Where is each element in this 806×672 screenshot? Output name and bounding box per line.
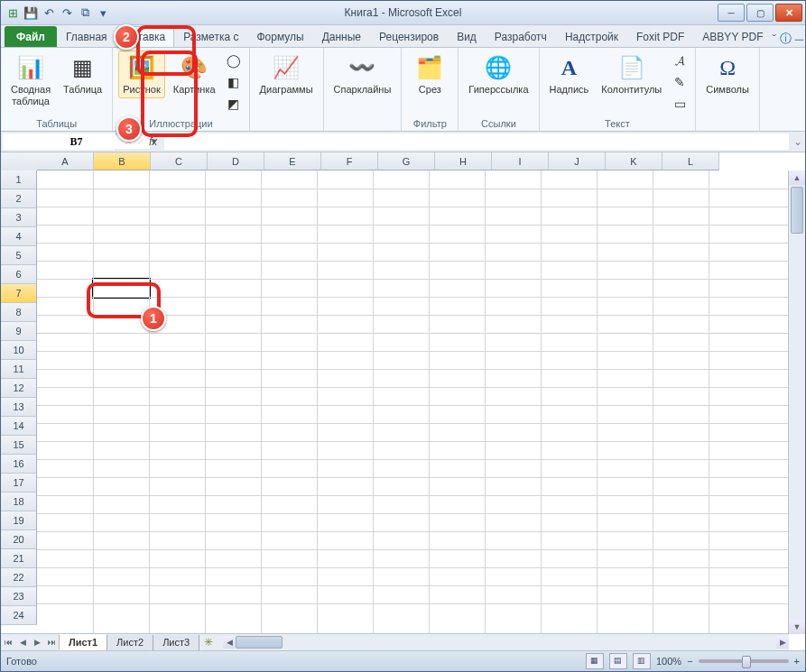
object-icon[interactable]: ▭	[670, 94, 690, 114]
shapes-icon[interactable]: ◯	[224, 51, 244, 70]
column-header-K[interactable]: K	[606, 152, 662, 170]
tab-developer[interactable]: Разработч	[486, 26, 556, 47]
qat-dropdown-icon[interactable]: ▾	[95, 5, 111, 21]
tab-abbyy-pdf[interactable]: ABBYY PDF	[693, 26, 772, 47]
row-header-13[interactable]: 13	[1, 398, 37, 417]
minimize-button[interactable]: ─	[718, 4, 745, 22]
column-header-D[interactable]: D	[208, 152, 264, 170]
qat-extra-icon[interactable]: ⧉	[77, 5, 93, 21]
row-header-4[interactable]: 4	[1, 227, 37, 246]
sheet-tab-2[interactable]: Лист2	[107, 635, 153, 650]
tab-view[interactable]: Вид	[448, 26, 486, 47]
view-layout-icon[interactable]: ▤	[609, 653, 627, 669]
tab-data[interactable]: Данные	[313, 26, 370, 47]
row-header-9[interactable]: 9	[1, 322, 37, 341]
scroll-up-icon[interactable]: ▲	[789, 170, 805, 185]
tab-file[interactable]: Файл	[5, 26, 57, 47]
symbols-button[interactable]: Ω Символы	[701, 51, 754, 98]
name-box[interactable]: ▼	[3, 133, 116, 150]
formula-input[interactable]	[164, 133, 789, 150]
column-header-J[interactable]: J	[549, 152, 606, 170]
sheet-nav-prev-icon[interactable]: ◀	[15, 635, 30, 649]
row-header-5[interactable]: 5	[1, 246, 37, 265]
redo-icon[interactable]: ↷	[59, 5, 75, 21]
row-header-1[interactable]: 1	[1, 170, 37, 189]
view-pagebreak-icon[interactable]: ▥	[633, 653, 651, 669]
row-header-6[interactable]: 6	[1, 265, 37, 284]
view-normal-icon[interactable]: ▦	[586, 653, 604, 669]
cells[interactable]	[37, 170, 789, 634]
ribbon-minimize-icon[interactable]: ˇ	[773, 32, 776, 46]
undo-icon[interactable]: ↶	[41, 5, 57, 21]
zoom-percent[interactable]: 100%	[656, 656, 681, 667]
vscroll-thumb[interactable]	[791, 187, 803, 234]
hyperlink-button[interactable]: 🌐 Гиперссылка	[464, 51, 533, 98]
row-header-8[interactable]: 8	[1, 303, 37, 322]
new-sheet-icon[interactable]: ✳	[199, 636, 218, 649]
maximize-button[interactable]: ▢	[746, 4, 774, 22]
smartart-icon[interactable]: ◧	[224, 72, 244, 92]
mdi-minimize-icon[interactable]: ─	[795, 32, 803, 46]
picture-button[interactable]: 🖼️ Рисунок	[118, 51, 165, 98]
column-header-E[interactable]: E	[264, 152, 321, 170]
slicer-button[interactable]: 🗂️ Срез	[407, 51, 452, 98]
save-icon[interactable]: 💾	[23, 5, 39, 21]
scroll-left-icon[interactable]: ◀	[223, 636, 236, 649]
wordart-icon[interactable]: 𝓐	[670, 51, 690, 70]
zoom-out-icon[interactable]: −	[687, 656, 692, 667]
column-header-A[interactable]: A	[37, 152, 94, 170]
table-button[interactable]: ▦ Таблица	[59, 51, 107, 98]
sheet-nav-last-icon[interactable]: ⏭	[44, 635, 59, 649]
grid[interactable]: ABCDEFGHIJKL 123456789101112131415161718…	[1, 152, 805, 650]
column-header-L[interactable]: L	[662, 152, 719, 170]
tab-page-layout[interactable]: Разметка с	[174, 26, 247, 47]
tab-formulas[interactable]: Формулы	[247, 26, 312, 47]
fx-icon[interactable]: fx	[149, 135, 157, 148]
row-header-23[interactable]: 23	[1, 587, 37, 606]
horizontal-scrollbar[interactable]: ◀ ▶	[223, 636, 789, 649]
row-header-7[interactable]: 7	[1, 284, 37, 303]
column-header-B[interactable]: B	[94, 152, 151, 170]
row-header-12[interactable]: 12	[1, 379, 37, 398]
row-header-15[interactable]: 15	[1, 436, 37, 455]
zoom-in-icon[interactable]: +	[794, 656, 800, 667]
column-header-G[interactable]: G	[378, 152, 435, 170]
row-header-14[interactable]: 14	[1, 417, 37, 436]
tab-addins[interactable]: Надстройк	[556, 26, 627, 47]
sheet-nav-first-icon[interactable]: ⏮	[1, 635, 15, 649]
zoom-slider[interactable]	[699, 659, 789, 663]
row-header-21[interactable]: 21	[1, 549, 37, 568]
row-header-24[interactable]: 24	[1, 606, 37, 625]
row-header-20[interactable]: 20	[1, 530, 37, 549]
help-icon[interactable]: ⓘ	[780, 31, 792, 47]
sheet-nav-next-icon[interactable]: ▶	[30, 635, 44, 649]
sheet-tab-1[interactable]: Лист1	[60, 634, 107, 650]
row-header-17[interactable]: 17	[1, 474, 37, 492]
signature-icon[interactable]: ✎	[670, 72, 690, 92]
selected-cell[interactable]	[92, 278, 151, 299]
row-header-18[interactable]: 18	[1, 492, 37, 511]
clipart-button[interactable]: 🎨 Картинка	[169, 51, 220, 98]
scroll-down-icon[interactable]: ▼	[789, 620, 805, 634]
tab-home[interactable]: Главная	[57, 26, 116, 47]
tab-foxit-pdf[interactable]: Foxit PDF	[627, 26, 693, 47]
vertical-scrollbar[interactable]: ▲ ▼	[788, 170, 805, 634]
tab-review[interactable]: Рецензиров	[370, 26, 448, 47]
screenshot-icon[interactable]: ◩	[224, 94, 244, 114]
column-header-H[interactable]: H	[435, 152, 492, 170]
row-header-19[interactable]: 19	[1, 511, 37, 530]
row-header-11[interactable]: 11	[1, 360, 37, 379]
row-header-3[interactable]: 3	[1, 208, 37, 227]
sparklines-button[interactable]: 〰️ Спарклайны	[329, 51, 396, 98]
sheet-tab-3[interactable]: Лист3	[153, 635, 199, 650]
column-header-I[interactable]: I	[492, 152, 549, 170]
row-header-2[interactable]: 2	[1, 189, 37, 208]
hscroll-thumb[interactable]	[236, 636, 283, 649]
charts-button[interactable]: 📈 Диаграммы	[255, 51, 318, 98]
row-header-10[interactable]: 10	[1, 341, 37, 360]
scroll-right-icon[interactable]: ▶	[776, 636, 789, 649]
select-all-corner[interactable]	[1, 152, 38, 171]
row-header-16[interactable]: 16	[1, 455, 37, 474]
textbox-button[interactable]: A Надпись	[545, 51, 594, 98]
close-button[interactable]: ✕	[775, 4, 802, 22]
